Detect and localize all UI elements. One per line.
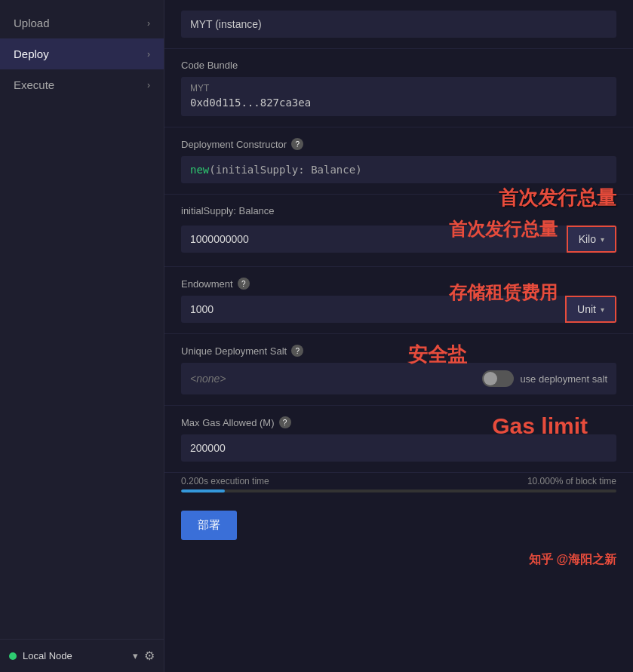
salt-block: Unique Deployment Salt ? use deployment … <box>164 334 633 406</box>
toggle-group: use deployment salt <box>482 370 607 387</box>
node-label: Local Node <box>23 650 127 661</box>
watermark-block: 知乎 @海阳之新 <box>164 552 633 568</box>
progress-info: 0.200s execution time 10.000% of block t… <box>181 476 616 486</box>
initial-supply-block: initialSupply: Balance 首次发行总量 Kilo ▾ 首次发… <box>164 195 633 267</box>
kilo-unit-dropdown[interactable]: Kilo ▾ <box>567 226 616 253</box>
sidebar-item-deploy-label: Deploy <box>14 48 49 60</box>
progress-bar-bg <box>181 489 616 492</box>
endowment-help-icon[interactable]: ? <box>238 278 250 290</box>
code-bundle-block: Code Bundle MYT 0xd0d115...827ca3ea <box>164 49 633 127</box>
watermark: 知乎 @海阳之新 <box>529 553 616 566</box>
caret-icon: ▾ <box>601 305 604 314</box>
max-gas-help-icon[interactable]: ? <box>279 416 291 428</box>
endowment-label: Endowment ? <box>181 278 616 290</box>
code-bundle-label: Code Bundle <box>181 60 616 71</box>
initial-supply-field: Kilo ▾ <box>181 226 616 253</box>
constructor-keyword: new <box>190 164 209 176</box>
chevron-icon: › <box>147 49 150 60</box>
deploy-button[interactable]: 部署 <box>181 511 237 540</box>
salt-toggle[interactable] <box>482 370 514 387</box>
deployment-constructor-block: Deployment Constructor ? new(initialSupp… <box>164 127 633 195</box>
salt-input[interactable] <box>190 373 475 385</box>
code-bundle-box: MYT 0xd0d115...827ca3ea <box>181 77 616 116</box>
instance-box: MYT (instance) <box>181 11 616 38</box>
max-gas-label: Max Gas Allowed (M) ? <box>181 416 616 428</box>
sidebar-item-execute[interactable]: Execute › <box>0 69 164 100</box>
chevron-icon: › <box>147 18 150 29</box>
toggle-label: use deployment salt <box>520 373 607 385</box>
unit-dropdown[interactable]: Unit ▾ <box>565 296 616 323</box>
code-bundle-hash: 0xd0d115...827ca3ea <box>190 97 607 109</box>
instance-value: MYT (instance) <box>190 18 262 30</box>
progress-bar-fill <box>181 489 225 492</box>
instance-field-block: MYT (instance) <box>164 0 633 49</box>
chevron-icon: › <box>147 80 150 91</box>
node-dropdown-button[interactable]: ▾ <box>133 650 138 661</box>
salt-label: Unique Deployment Salt ? <box>181 345 616 357</box>
sidebar-item-upload-label: Upload <box>14 17 50 29</box>
deploy-row: 部署 <box>164 499 633 552</box>
block-pct: 10.000% of block time <box>527 476 616 486</box>
param-label: initialSupply: Balance <box>181 205 616 216</box>
endowment-input[interactable] <box>181 296 565 323</box>
execution-time: 0.200s execution time <box>181 476 269 486</box>
connection-status-dot <box>9 652 17 660</box>
endowment-field: Unit ▾ <box>181 296 616 323</box>
progress-row: 0.200s execution time 10.000% of block t… <box>164 473 633 499</box>
salt-row: use deployment salt <box>181 363 616 394</box>
max-gas-block: Max Gas Allowed (M) ? Gas limit <box>164 406 633 473</box>
sidebar: Upload › Deploy › Execute › Local Node ▾… <box>0 0 164 672</box>
code-bundle-sublabel: MYT <box>190 83 607 94</box>
sidebar-item-deploy[interactable]: Deploy › <box>0 38 164 69</box>
help-icon[interactable]: ? <box>291 138 303 150</box>
sidebar-bottom: Local Node ▾ ⚙ <box>0 639 164 672</box>
main-panel: MYT (instance) Code Bundle MYT 0xd0d115.… <box>164 0 633 672</box>
initial-supply-input[interactable] <box>181 226 567 253</box>
endowment-block: Endowment ? Unit ▾ 存储租赁费用 <box>164 267 633 334</box>
caret-icon: ▾ <box>601 235 604 244</box>
deployment-constructor-label: Deployment Constructor ? <box>181 138 616 150</box>
settings-button[interactable]: ⚙ <box>144 649 155 663</box>
toggle-knob <box>484 372 497 385</box>
max-gas-input[interactable] <box>181 434 616 462</box>
sidebar-item-upload[interactable]: Upload › <box>0 8 164 38</box>
salt-help-icon[interactable]: ? <box>291 345 303 357</box>
constructor-input-box[interactable]: new(initialSupply: Balance) <box>181 156 616 183</box>
sidebar-item-execute-label: Execute <box>14 78 54 91</box>
